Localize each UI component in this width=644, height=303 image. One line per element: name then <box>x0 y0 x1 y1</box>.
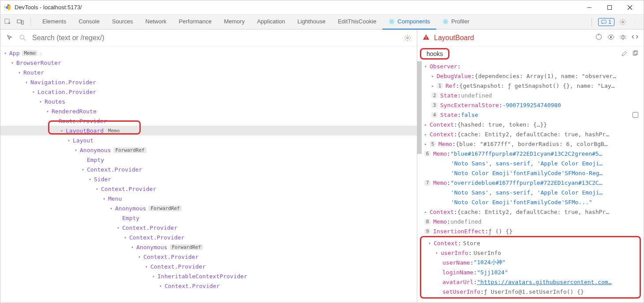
tree-node[interactable]: ▾AnonymousForwardRef <box>0 242 417 252</box>
window-close-button[interactable] <box>620 1 640 14</box>
prop-row[interactable]: ▾Context: Store <box>421 238 640 248</box>
tree-node[interactable]: ▾Router <box>0 67 417 77</box>
tree-node[interactable]: ▾Menu <box>0 194 417 203</box>
component-name: Route.Provider <box>59 118 107 124</box>
prop-row[interactable]: 4State: false <box>417 110 644 120</box>
tab-label: Application <box>257 18 285 25</box>
prop-row[interactable]: ▾Observer: <box>417 61 644 71</box>
tree-node[interactable]: ▾Routes <box>0 97 417 106</box>
tree-node[interactable]: ▾AnonymousForwardRef <box>0 203 417 213</box>
prop-value-link[interactable]: "https://avatars.githubusercontent.com… <box>477 279 611 285</box>
tab-console[interactable]: Console <box>72 15 106 30</box>
tree-node[interactable]: ▾InheritableContextProvider <box>0 271 417 281</box>
tab-network[interactable]: Network <box>139 15 173 30</box>
tree-node[interactable]: ▾Context.Provider <box>0 184 417 194</box>
prop-row[interactable]: 3SyncExternalStore: -9007199254740980 <box>417 100 644 110</box>
tab-performance[interactable]: Performance <box>172 15 217 30</box>
tree-node[interactable]: ▾Context.Provider <box>0 165 417 174</box>
settings-gear-icon[interactable] <box>619 18 627 26</box>
selected-component-title: LayoutBoard <box>434 34 474 42</box>
prop-value: 'Noto Sans', sans-serif, 'Apple Color Em… <box>451 189 603 196</box>
tree-node[interactable]: ▾AppMemo⚠ <box>0 48 417 58</box>
components-settings-icon[interactable] <box>404 34 412 42</box>
devtools-toolbar: ElementsConsoleSourcesNetworkPerformance… <box>0 15 644 30</box>
more-menu-icon[interactable] <box>631 18 639 26</box>
tree-node[interactable]: ▾AnonymousForwardRef <box>0 145 417 155</box>
warning-indicator: ⚠ <box>39 50 43 56</box>
window-minimize-button[interactable] <box>579 1 599 14</box>
prop-row[interactable]: setUserInfo: ƒ UserInfo@1.setUserInfo() … <box>421 287 640 296</box>
tree-node[interactable]: ▾Context.Provider <box>0 223 417 232</box>
tab-sources[interactable]: Sources <box>106 15 139 30</box>
component-badge: ForwardRef <box>149 206 181 211</box>
tree-node[interactable]: Empty <box>0 213 417 223</box>
tree-node[interactable]: ▾Layout <box>0 135 417 145</box>
prop-row[interactable]: ▸DebugValue: {dependencies: Array(1), na… <box>417 71 644 81</box>
tree-node[interactable]: ▾Context.Provider <box>0 232 417 242</box>
messages-count: 1 <box>608 19 611 25</box>
messages-badge[interactable]: 1 <box>598 18 614 26</box>
tree-node[interactable]: ▾Sider <box>0 174 417 184</box>
tab-application[interactable]: Application <box>251 15 292 30</box>
eye-icon[interactable] <box>607 34 614 42</box>
prop-row[interactable]: 6Memo: "blue#1677ffpurple#722ED1cyan#13C… <box>417 149 644 158</box>
prop-row[interactable]: 7Memo: "overrideblue#1677ffpurple#722ED1… <box>417 178 644 187</box>
inspect-element-icon[interactable] <box>4 18 12 26</box>
scrollbar-thumb[interactable] <box>417 61 422 154</box>
component-name: Anonymous <box>80 147 111 153</box>
prop-row[interactable]: loginName: "Sjj1024" <box>421 267 640 277</box>
prop-row[interactable]: ▾userInfo: UserInfo <box>421 248 640 258</box>
tab-editthiscookie[interactable]: EditThisCookie <box>332 15 382 30</box>
prop-row[interactable]: 9InsertionEffect: ƒ () {} <box>417 226 644 236</box>
tree-node[interactable]: ▾BrowserRouter <box>0 58 417 67</box>
tree-node[interactable]: ▾Route.Provider <box>0 116 417 126</box>
tree-node[interactable]: Empty <box>0 155 417 165</box>
svg-rect-17 <box>602 20 606 23</box>
prop-row[interactable]: 'Noto Sans', sans-serif, 'Apple Color Em… <box>417 187 644 197</box>
tree-node[interactable]: ▾Location.Provider <box>0 87 417 97</box>
view-source-icon[interactable] <box>632 34 638 42</box>
prop-row[interactable]: 2State: undefined <box>417 90 644 100</box>
window-maximize-button[interactable] <box>599 1 620 14</box>
caret-icon: ▾ <box>4 51 8 56</box>
prop-row[interactable]: userName: "1024小神" <box>421 258 640 267</box>
annotation-store-box: ▾Context: Store▾userInfo: UserInfouserNa… <box>420 236 641 299</box>
component-name: Navigation.Provider <box>30 79 96 86</box>
tree-node[interactable]: ▾LayoutBoardMemo <box>0 126 417 135</box>
prop-row[interactable]: 'Noto Sans', sans-serif, 'Apple Color Em… <box>417 158 644 168</box>
tab-memory[interactable]: Memory <box>218 15 251 30</box>
tree-node[interactable]: ▾Context.Provider <box>0 252 417 262</box>
caret-icon: ▾ <box>138 254 142 259</box>
tab-profiler[interactable]: Profiler <box>436 15 476 30</box>
tree-node[interactable]: ▾Navigation.Provider <box>0 77 417 87</box>
search-input[interactable] <box>32 34 398 42</box>
prop-row[interactable]: avatarUrl: "https://avatars.githubuserco… <box>421 277 640 287</box>
prop-row[interactable]: ▸Context: {hashed: true, token: {…}} <box>417 120 644 129</box>
tab-lighthouse[interactable]: Lighthouse <box>291 15 332 30</box>
prop-row[interactable]: ▸Context: {cache: Entity2, defaultCache:… <box>417 207 644 217</box>
tab-components[interactable]: Components <box>382 15 436 30</box>
tree-node[interactable]: ▾Context.Provider <box>0 262 417 271</box>
tree-node[interactable]: ▾Context.Provider <box>0 281 417 291</box>
component-name: Context.Provider <box>129 234 184 241</box>
tree-node[interactable]: ▾RenderedRoute <box>0 106 417 116</box>
suspend-icon[interactable] <box>595 34 602 42</box>
prop-row[interactable]: ▸5Memo: {blue: "#1677ff", borderRadius: … <box>417 139 644 149</box>
prop-row[interactable]: ▸1Ref: {getSnapshot: ƒ getSnapshot() {},… <box>417 81 644 90</box>
prop-row[interactable]: 'Noto Color Emoji'fontFamilyCode'SFMo...… <box>417 197 644 207</box>
bug-icon[interactable] <box>620 34 626 42</box>
prop-value: {blue: "#1677ff", borderRadius: 6, color… <box>456 141 607 147</box>
prop-value: false <box>461 112 478 118</box>
prop-row[interactable]: ▸Context: {cache: Entity2, defaultCache:… <box>417 129 644 139</box>
boolean-checkbox[interactable] <box>633 112 638 118</box>
tab-elements[interactable]: Elements <box>36 15 72 30</box>
prop-row[interactable]: 'Noto Color Emoji'fontFamilyCode'SFMono-… <box>417 168 644 178</box>
prop-row[interactable]: 8Memo: undefined <box>417 217 644 226</box>
edit-icon[interactable] <box>622 50 628 58</box>
prop-value: {cache: Entity2, defaultCache: true, has… <box>457 131 609 138</box>
tab-label: Components <box>397 18 430 25</box>
hooks-label: hooks <box>420 48 449 60</box>
device-toolbar-icon[interactable] <box>16 18 24 26</box>
select-element-icon[interactable] <box>6 34 14 42</box>
copy-icon[interactable] <box>632 50 638 58</box>
